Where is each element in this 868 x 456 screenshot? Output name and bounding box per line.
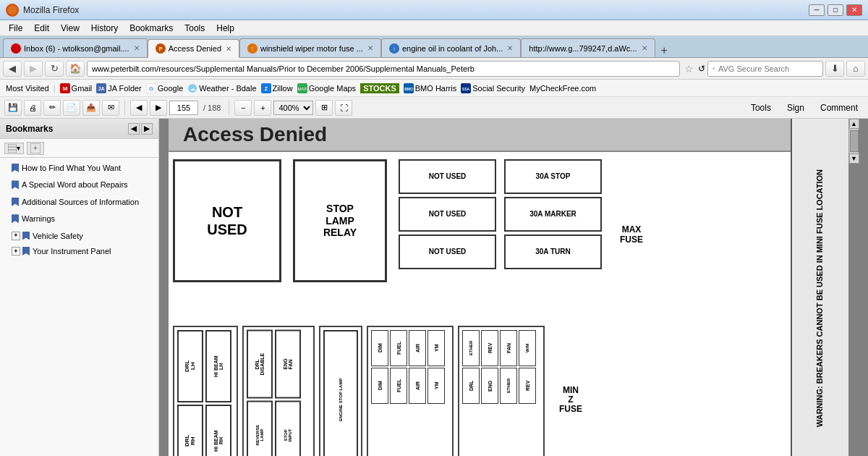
close-button[interactable]: ✕ bbox=[846, 4, 862, 16]
rev-cell: REV bbox=[481, 330, 498, 366]
home-button[interactable]: 🏠 bbox=[66, 61, 85, 77]
dim-cell: DIM bbox=[371, 330, 388, 366]
folder-expand-icon-5: + bbox=[12, 232, 30, 240]
close-tab-wiper[interactable]: ✕ bbox=[367, 44, 373, 52]
sidebar-add-btn[interactable]: + bbox=[27, 142, 44, 155]
scroll-thumb[interactable] bbox=[850, 130, 859, 152]
pdf-comment-btn[interactable]: Comment bbox=[814, 101, 864, 114]
sidebar-item-vehicle-safety[interactable]: + Vehicle Safety bbox=[0, 229, 158, 244]
bm-zillow[interactable]: Z Zillow bbox=[261, 83, 293, 93]
svg-text:P: P bbox=[158, 46, 162, 51]
pdf-sign-btn[interactable]: Sign bbox=[781, 101, 810, 114]
maximize-button[interactable]: □ bbox=[827, 4, 843, 16]
zoom-in-btn[interactable]: + bbox=[254, 100, 271, 116]
pdf-edit-btn[interactable]: ✏ bbox=[43, 100, 61, 116]
bottom-fuse-area: DRLLH HI BEAMLH DRLRH HI BEAMRH DRLDISAB… bbox=[169, 321, 791, 456]
bm-social-security[interactable]: SSA Social Security bbox=[461, 83, 525, 93]
google-bm-icon: G bbox=[146, 83, 156, 93]
pdf-nav-btn[interactable]: ▶ bbox=[150, 100, 167, 116]
reload-button[interactable]: ↻ bbox=[45, 61, 64, 77]
tab-url5-label: http://www.g...799247,d.aWc... bbox=[529, 44, 637, 53]
sidebar-header: Bookmarks ◀ ▶ bbox=[0, 119, 158, 139]
minimize-button[interactable]: ─ bbox=[809, 4, 825, 16]
sidebar-item-label-how-to-find: How to Find What You Want bbox=[22, 163, 121, 174]
sidebar-view-btn[interactable]: ▾ bbox=[4, 143, 24, 154]
sidebar-item-special-word[interactable]: A Special Word about Repairs bbox=[0, 177, 158, 194]
refresh-icon[interactable]: ↺ bbox=[698, 64, 705, 74]
back-button[interactable]: ◀ bbox=[3, 61, 22, 77]
search-box bbox=[707, 61, 823, 77]
tab-oil[interactable]: i engine oil in coolant of Joh... ✕ bbox=[381, 38, 521, 57]
sidebar-item-warnings[interactable]: Warnings bbox=[0, 211, 158, 228]
bookmark-star[interactable]: ☆ bbox=[682, 63, 696, 75]
bm-ja-folder[interactable]: JA JA Folder bbox=[96, 83, 141, 93]
menu-file[interactable]: File bbox=[3, 22, 28, 35]
not-used-box-b: NOT USED bbox=[399, 197, 496, 232]
search-input[interactable] bbox=[718, 64, 818, 73]
pdf-area: Access Denied NOTUSED STOPLAMPRELAY bbox=[159, 119, 868, 456]
pdf-mail-btn[interactable]: ✉ bbox=[102, 100, 119, 116]
forward-button[interactable]: ▶ bbox=[24, 61, 43, 77]
pdf-page-btn[interactable]: 📄 bbox=[63, 100, 80, 116]
bm-checkfree[interactable]: MyCheckFree.com bbox=[529, 84, 596, 93]
sidebar-list: How to Find What You Want A Special Word… bbox=[0, 158, 158, 456]
tab-wiper-label: winshield wiper motor fuse ... bbox=[260, 44, 363, 53]
pdf-share-btn[interactable]: 📤 bbox=[82, 100, 100, 116]
close-tab-gmail[interactable]: ✕ bbox=[134, 44, 140, 52]
new-tab-button[interactable]: + bbox=[655, 44, 673, 57]
bm-bmo[interactable]: BMO BMO Harris bbox=[404, 83, 456, 93]
sidebar-arrows: ◀ ▶ bbox=[128, 123, 153, 135]
sidebar-item-how-to-find[interactable]: How to Find What You Want bbox=[0, 161, 158, 177]
zoom-select[interactable]: 400% 200% 150% 100% 75% bbox=[273, 101, 313, 115]
close-tab-url5[interactable]: ✕ bbox=[642, 44, 647, 52]
bm-google-maps[interactable]: MAP Google Maps bbox=[297, 83, 356, 93]
bm-gmail[interactable]: M Gmail bbox=[60, 83, 93, 93]
home2-button[interactable]: ⌂ bbox=[846, 61, 865, 77]
close-tab-peterbilt[interactable]: ✕ bbox=[226, 45, 231, 53]
url-bar[interactable] bbox=[87, 61, 680, 77]
air-cell: AIR bbox=[409, 330, 426, 366]
sidebar-arrow-right[interactable]: ▶ bbox=[141, 123, 153, 135]
sidebar-item-instrument-panel[interactable]: + Your Instrument Panel bbox=[0, 244, 158, 259]
fullscreen-btn[interactable]: ⛶ bbox=[335, 100, 352, 116]
pdf-toolbar: 💾 🖨 ✏ 📄 📤 ✉ ◀ ▶ / 188 − + 400% 200% 150%… bbox=[0, 97, 868, 119]
svg-line-7 bbox=[715, 69, 715, 69]
main-content: Bookmarks ◀ ▶ ▾ + How to Find What You W… bbox=[0, 119, 868, 456]
air-cell-2: AIR bbox=[409, 368, 426, 404]
zillow-icon: Z bbox=[261, 83, 271, 93]
ym-cell-2: YM bbox=[427, 368, 445, 404]
scroll-down-arrow[interactable]: ▼ bbox=[849, 153, 859, 164]
close-tab-oil[interactable]: ✕ bbox=[507, 44, 513, 52]
svg-text:☁: ☁ bbox=[190, 86, 195, 91]
menu-tools[interactable]: Tools bbox=[179, 22, 210, 35]
fit-btn[interactable]: ⊞ bbox=[315, 100, 333, 116]
menu-bookmarks[interactable]: Bookmarks bbox=[124, 22, 179, 35]
bookmark-icon-3 bbox=[12, 198, 19, 209]
tab-url5[interactable]: http://www.g...799247,d.aWc... ✕ bbox=[521, 38, 655, 57]
sidebar-arrow-left[interactable]: ◀ bbox=[128, 123, 140, 135]
pdf-print-btn[interactable]: 🖨 bbox=[24, 100, 41, 116]
pdf-tools-btn[interactable]: Tools bbox=[745, 101, 777, 114]
oil-icon: i bbox=[389, 43, 399, 54]
tab-peterbilt[interactable]: P Access Denied ✕ bbox=[148, 39, 239, 58]
zoom-out-btn[interactable]: − bbox=[234, 100, 252, 116]
pdf-save-btn[interactable]: 💾 bbox=[4, 100, 22, 116]
tab-gmail[interactable]: Inbox (6) - wtolkson@gmail.... ✕ bbox=[3, 38, 148, 57]
menu-history[interactable]: History bbox=[85, 22, 124, 35]
pdf-back-btn[interactable]: ◀ bbox=[130, 100, 148, 116]
scroll-up-arrow[interactable]: ▲ bbox=[849, 119, 859, 129]
download-button[interactable]: ⬇ bbox=[825, 61, 844, 77]
titlebar: Mozilla Firefox ─ □ ✕ bbox=[0, 0, 868, 20]
bm-stocks[interactable]: STOCKS bbox=[360, 83, 399, 93]
menu-view[interactable]: View bbox=[55, 22, 85, 35]
bm-most-visited[interactable]: Most Visited bbox=[6, 84, 49, 93]
bm-google[interactable]: G Google bbox=[146, 83, 183, 93]
bm-weather[interactable]: ☁ Weather - Bdale bbox=[187, 83, 256, 93]
menu-edit[interactable]: Edit bbox=[28, 22, 55, 35]
fan-cell: FAN bbox=[500, 330, 517, 366]
sidebar-item-additional[interactable]: Additional Sources of Information bbox=[0, 195, 158, 211]
tab-wiper[interactable]: ! winshield wiper motor fuse ... ✕ bbox=[239, 38, 381, 57]
page-input[interactable] bbox=[169, 101, 198, 115]
menu-help[interactable]: Help bbox=[210, 22, 240, 35]
rev-cell-2: REV bbox=[519, 368, 536, 404]
